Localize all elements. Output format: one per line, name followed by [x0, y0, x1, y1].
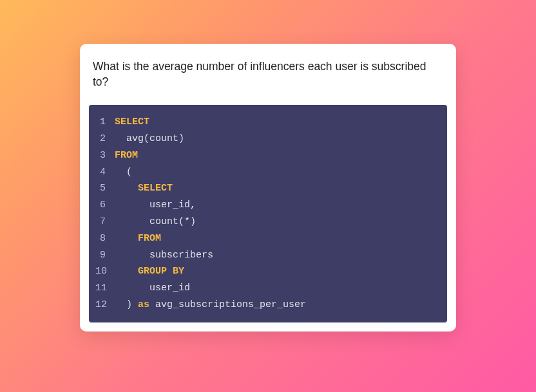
- code-line: 2 avg(count): [95, 131, 439, 147]
- code-content: user_id,: [115, 197, 196, 214]
- code-line: 3FROM: [95, 147, 439, 164]
- code-line: 11 user_id: [95, 280, 439, 297]
- code-line: 10 GROUP BY: [95, 263, 439, 280]
- code-content: (: [115, 164, 132, 181]
- line-number: 9: [95, 247, 115, 264]
- code-content: SELECT: [115, 114, 149, 131]
- keyword-token: SELECT: [138, 183, 173, 194]
- keyword-token: FROM: [115, 150, 138, 161]
- text-token: count: [149, 133, 178, 144]
- line-number: 2: [95, 131, 115, 147]
- text-token: ): [115, 299, 138, 310]
- text-token: *: [184, 216, 190, 227]
- code-content: GROUP BY: [115, 263, 184, 280]
- keyword-token: FROM: [138, 233, 161, 244]
- code-panel: 1SELECT2 avg(count)3FROM4 (5 SELECT6 use…: [89, 105, 447, 322]
- text-token: user_id: [115, 283, 190, 294]
- code-line: 4 (: [95, 164, 439, 181]
- text-token: [115, 233, 138, 244]
- line-number: 4: [95, 164, 115, 181]
- line-number: 7: [95, 214, 115, 230]
- code-content: FROM: [115, 230, 161, 247]
- text-token: user_id,: [115, 200, 196, 210]
- code-line: 8 FROM: [95, 230, 439, 247]
- text-token: (: [115, 167, 132, 178]
- question-text: What is the average number of influencer…: [89, 55, 447, 105]
- line-number: 12: [95, 297, 115, 313]
- text-token: count: [115, 216, 178, 227]
- text-token: ): [178, 133, 184, 144]
- line-number: 8: [95, 230, 115, 247]
- code-line: 7 count(*): [95, 214, 439, 230]
- card: What is the average number of influencer…: [80, 44, 456, 331]
- code-content: avg(count): [115, 131, 184, 147]
- text-token: avg_subscriptions_per_user: [149, 299, 306, 310]
- text-token: avg: [115, 133, 144, 144]
- code-content: SELECT: [115, 180, 173, 197]
- line-number: 6: [95, 197, 115, 214]
- keyword-token: GROUP BY: [138, 266, 184, 277]
- code-line: 5 SELECT: [95, 180, 439, 197]
- text-token: (: [144, 133, 149, 144]
- line-number: 11: [95, 280, 115, 297]
- code-content: user_id: [115, 280, 190, 297]
- line-number: 10: [95, 263, 115, 280]
- line-number: 1: [95, 114, 115, 131]
- keyword-token: as: [138, 299, 149, 310]
- code-line: 9 subscribers: [95, 247, 439, 264]
- code-line: 12 ) as avg_subscriptions_per_user: [95, 297, 439, 313]
- code-content: subscribers: [115, 247, 213, 264]
- code-content: ) as avg_subscriptions_per_user: [115, 297, 306, 313]
- text-token: [115, 183, 138, 194]
- text-token: subscribers: [115, 250, 213, 261]
- code-content: count(*): [115, 214, 196, 230]
- line-number: 3: [95, 147, 115, 164]
- code-line: 1SELECT: [95, 114, 439, 131]
- text-token: [115, 266, 138, 277]
- code-line: 6 user_id,: [95, 197, 439, 214]
- code-content: FROM: [115, 147, 138, 164]
- keyword-token: SELECT: [115, 117, 149, 127]
- text-token: (: [178, 216, 184, 227]
- line-number: 5: [95, 180, 115, 197]
- text-token: ): [190, 216, 196, 227]
